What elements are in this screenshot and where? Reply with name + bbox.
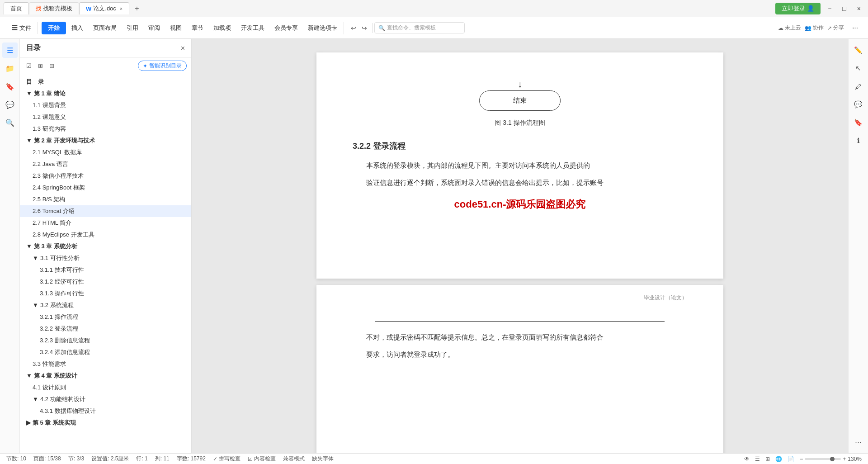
search-icon: 🔍 — [378, 25, 385, 31]
user-icon: 👤 — [807, 5, 814, 12]
tab-start[interactable]: 开始 — [42, 22, 66, 34]
toc-item-9[interactable]: 2.4 SpringBoot 框架 — [20, 182, 191, 194]
view-icon-2[interactable]: ☰ — [755, 456, 760, 462]
toc-item-8[interactable]: 2.3 微信小程序技术 — [20, 170, 191, 182]
zoom-in-button[interactable]: + — [843, 456, 846, 462]
tab-view[interactable]: 视图 — [165, 22, 186, 34]
toc-item-12[interactable]: 2.7 HTML 简介 — [20, 217, 191, 229]
tab-layout[interactable]: 页面布局 — [89, 22, 121, 34]
undo-button[interactable]: ↩ — [349, 23, 359, 33]
right-icon-more[interactable]: ⋯ — [851, 434, 866, 450]
more-button[interactable]: ⋯ — [848, 23, 863, 33]
toc-item-23[interactable]: 3.2.4 添加信息流程 — [20, 346, 191, 358]
sidebar-action-indent[interactable]: ⊟ — [47, 62, 56, 70]
toc-item-27[interactable]: ▼4.2 功能结构设计 — [20, 393, 191, 405]
minimize-button[interactable]: − — [824, 4, 835, 13]
status-font: 缺失字体 — [312, 455, 334, 463]
toc-item-13[interactable]: 2.8 MyEclipse 开发工具 — [20, 229, 191, 241]
toc-item-26[interactable]: 4.1 设计原则 — [20, 382, 191, 393]
toc-item-0[interactable]: 目 录 — [20, 76, 191, 88]
tab-reference[interactable]: 引用 — [122, 22, 143, 34]
tab-newitem[interactable]: 新建选项卡 — [303, 22, 342, 34]
toc-item-21[interactable]: 3.2.2 登录流程 — [20, 323, 191, 335]
login-label: 立即登录 — [782, 5, 805, 13]
toc-item-18[interactable]: 3.1.3 操作可行性 — [20, 288, 191, 299]
flowchart: ↓ 结束 图 3.1 操作流程图 — [353, 80, 687, 132]
right-icon-comment[interactable]: 💬 — [851, 97, 866, 112]
sidebar-close-button[interactable]: × — [181, 44, 185, 52]
zoom-out-button[interactable]: − — [800, 456, 803, 462]
redo-button[interactable]: ↪ — [359, 23, 369, 33]
toc-item-6[interactable]: 2.1 MYSQL 数据库 — [20, 147, 191, 158]
tab-doc-close[interactable]: × — [120, 6, 123, 11]
toc-item-2[interactable]: 1.1 课题背景 — [20, 99, 191, 111]
toc-item-17[interactable]: 3.1.2 经济可行性 — [20, 276, 191, 288]
close-button[interactable]: × — [854, 4, 864, 13]
cloud-button[interactable]: ☁ 未上云 — [778, 24, 801, 32]
collab-button[interactable]: 👥 协作 — [805, 24, 824, 32]
main-layout: ☰ 📁 🔖 💬 🔍 目录 × ☑ ⊞ ⊟ ✦ 智能识别目录 目 录 ▼第 1 章… — [0, 39, 868, 453]
toc-item-29[interactable]: ▶第 5 章 系统实现 — [20, 417, 191, 429]
share-button[interactable]: ↗ 分享 — [827, 24, 844, 32]
status-sections: 节数: 10 — [6, 455, 26, 463]
toc-item-22[interactable]: 3.2.3 删除信息流程 — [20, 335, 191, 346]
right-icon-edit[interactable]: ✏️ — [851, 43, 866, 58]
right-icon-bookmark[interactable]: 🔖 — [851, 115, 866, 130]
tab-template[interactable]: 找 找稻壳模板 — [29, 2, 79, 14]
new-tab-button[interactable]: + — [131, 4, 142, 14]
toc-item-5[interactable]: ▼第 2 章 开发环境与技术 — [20, 135, 191, 147]
section-title: 3.2.2 登录流程 — [353, 141, 687, 152]
toc-item-4[interactable]: 1.3 研究内容 — [20, 123, 191, 135]
right-icon-highlight[interactable]: 🖊 — [851, 79, 866, 94]
toc-item-1[interactable]: ▼第 1 章 绪论 — [20, 88, 191, 99]
tab-home[interactable]: 首页 — [4, 2, 29, 14]
tab-doc[interactable]: W 论文.doc × — [79, 2, 129, 14]
toc-item-20[interactable]: 3.2.1 操作流程 — [20, 311, 191, 323]
sidebar-icon-bookmarks[interactable]: 🔖 — [2, 79, 18, 94]
sidebar: 目录 × ☑ ⊞ ⊟ ✦ 智能识别目录 目 录 ▼第 1 章 绪论 1.1 课题… — [20, 39, 192, 453]
restore-button[interactable]: □ — [839, 4, 849, 13]
search-bar[interactable]: 🔍 查找命令、搜索模板 — [374, 22, 465, 33]
sidebar-icon-files[interactable]: 📁 — [2, 61, 18, 76]
zoom-slider[interactable] — [805, 458, 841, 460]
tab-member[interactable]: 会员专享 — [270, 22, 302, 34]
toc-item-10[interactable]: 2.5 B/S 架构 — [20, 194, 191, 205]
ai-recognize-button[interactable]: ✦ 智能识别目录 — [138, 61, 187, 71]
login-button[interactable]: 立即登录 👤 — [775, 3, 821, 14]
tab-review[interactable]: 审阅 — [144, 22, 165, 34]
toc-item-3[interactable]: 1.2 课题意义 — [20, 111, 191, 123]
sidebar-icon-toc[interactable]: ☰ — [2, 43, 18, 58]
toc-item-7[interactable]: 2.2 Java 语言 — [20, 158, 191, 170]
sidebar-action-check1[interactable]: ☑ — [24, 62, 33, 70]
titlebar: 首页 找 找稻壳模板 W 论文.doc × + 立即登录 👤 − □ × — [0, 0, 868, 17]
toc-item-11[interactable]: 2.6 Tomcat 介绍 — [20, 205, 191, 217]
tab-chapter[interactable]: 章节 — [187, 22, 208, 34]
status-content-check[interactable]: ☑ 内容检查 — [248, 455, 276, 463]
sidebar-title: 目录 — [26, 43, 181, 53]
toc-item-14[interactable]: ▼第 3 章 系统分析 — [20, 241, 191, 252]
toc-item-28[interactable]: 4.3.1 数据库物理设计 — [20, 405, 191, 417]
toolbar-right: ☁ 未上云 👥 协作 ↗ 分享 ⋯ — [778, 23, 863, 33]
tab-developer[interactable]: 开发工具 — [236, 22, 269, 34]
right-icon-info[interactable]: ℹ — [851, 133, 866, 148]
view-icon-1[interactable]: 👁 — [744, 456, 750, 462]
toc-item-24[interactable]: 3.3 性能需求 — [20, 358, 191, 370]
sidebar-actions: ☑ ⊞ ⊟ ✦ 智能识别目录 — [20, 58, 191, 74]
toc-item-16[interactable]: 3.1.1 技术可行性 — [20, 264, 191, 276]
status-spellcheck[interactable]: ✓ 拼写检查 — [213, 455, 241, 463]
view-icon-4[interactable]: 🌐 — [775, 456, 782, 462]
sidebar-icon-search[interactable]: 🔍 — [2, 115, 18, 130]
right-icon-cursor[interactable]: ↖ — [851, 61, 866, 76]
toc-item-25[interactable]: ▼第 4 章 系统设计 — [20, 370, 191, 382]
tab-insert[interactable]: 插入 — [67, 22, 88, 34]
para-2: 验证信息进行逐个判断，系统面对录入错误的信息会给出提示，比如，提示账号 — [353, 176, 687, 189]
view-icon-3[interactable]: ⊞ — [765, 456, 770, 462]
toc-item-15[interactable]: ▼3.1 可行性分析 — [20, 252, 191, 264]
zoom-slider-thumb[interactable] — [830, 457, 835, 461]
tab-addpage[interactable]: 加载项 — [209, 22, 236, 34]
file-menu-button[interactable]: ☰ 文件 — [7, 22, 36, 34]
toc-item-19[interactable]: ▼3.2 系统流程 — [20, 299, 191, 311]
sidebar-icon-comments[interactable]: 💬 — [2, 97, 18, 112]
sidebar-action-expand[interactable]: ⊞ — [36, 62, 45, 70]
view-icon-5[interactable]: 📄 — [788, 456, 794, 462]
